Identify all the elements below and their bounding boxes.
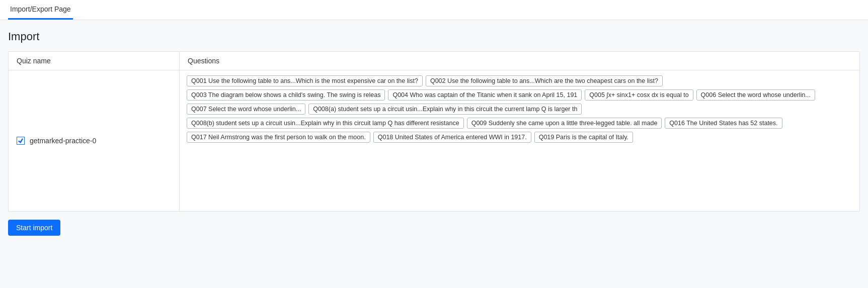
question-tag: Q002 Use the following table to ans...Wh… [426, 75, 663, 86]
col-header-questions: Questions [180, 52, 859, 70]
question-tag: Q008(a) student sets up a circuit usin..… [308, 104, 582, 115]
quiz-name-cell: getmarked-practice-0 [9, 70, 180, 211]
import-table: Quiz name Questions getmarked-practice-0… [8, 51, 860, 212]
question-tag: Q001 Use the following table to ans...Wh… [187, 75, 423, 86]
questions-cell: Q001 Use the following table to ans...Wh… [180, 70, 859, 211]
question-tag: Q006 Select the word whose underlin... [696, 89, 815, 101]
question-tag: Q018 United States of America entered WW… [373, 132, 531, 143]
start-import-button[interactable]: Start import [8, 220, 60, 236]
question-tag: Q004 Who was captain of the Titanic when… [388, 89, 582, 101]
page-content: Import Quiz name Questions getmarked-pra… [0, 20, 868, 254]
footer-area: Start import [8, 212, 860, 244]
table-row: getmarked-practice-0Q001 Use the followi… [9, 70, 859, 211]
import-export-tab[interactable]: Import/Export Page [8, 0, 73, 20]
table-header: Quiz name Questions [9, 52, 859, 70]
question-tag: Q016 The United States has 52 states. [665, 118, 782, 129]
table-body: getmarked-practice-0Q001 Use the followi… [9, 70, 859, 211]
question-tag: Q005 ∫x+ sinx1+ cosx dx is equal to [585, 89, 693, 101]
page-title: Import [8, 30, 860, 43]
question-tag: Q009 Suddenly she came upon a little thr… [467, 118, 662, 129]
question-tag: Q007 Select the word whose underlin... [187, 104, 305, 115]
row-checkbox[interactable] [17, 137, 25, 145]
col-header-quiz-name: Quiz name [9, 52, 180, 70]
question-tag: Q008(b) student sets up a circuit usin..… [187, 118, 464, 129]
question-tag: Q019 Paris is the capital of Italy. [534, 132, 633, 143]
quiz-name-text: getmarked-practice-0 [30, 137, 96, 145]
question-tag: Q003 The diagram below shows a child's s… [187, 89, 385, 101]
top-navigation: Import/Export Page [0, 0, 868, 20]
question-tag: Q017 Neil Armstrong was the first person… [187, 132, 370, 143]
